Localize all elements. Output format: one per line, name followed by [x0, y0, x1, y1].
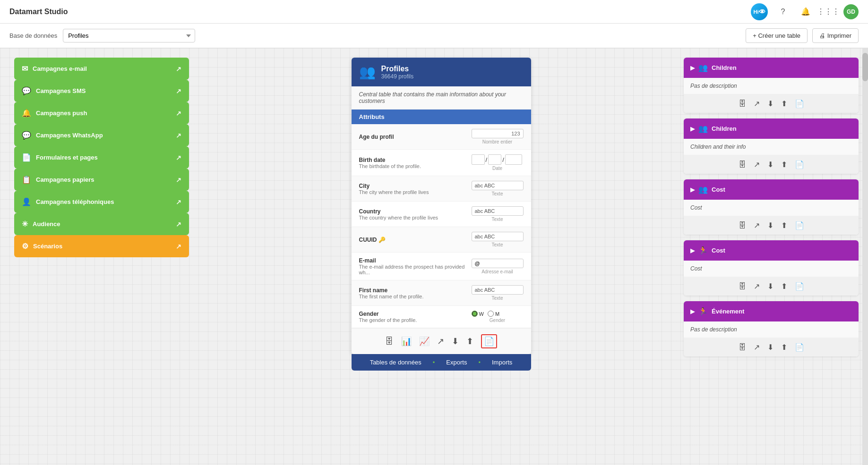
gender-w-label[interactable]: W	[472, 311, 484, 317]
panel-evenement-actions: 🗄 ↗ ⬇ ⬆ 📄	[684, 338, 859, 356]
panel-dl-btn-3[interactable]: ⬇	[767, 221, 773, 230]
sidebar-ext-icon-3: ↗	[176, 132, 181, 139]
sidebar-item-6[interactable]: 👤 Campagnes téléphoniques ↗	[14, 191, 189, 213]
user-avatar[interactable]: GD	[843, 4, 859, 19]
grid-button[interactable]: ⋮⋮⋮	[821, 4, 836, 19]
sidebar-ext-icon-6: ↗	[176, 198, 181, 206]
sidebar-label-5: Campagnes papiers	[36, 176, 95, 183]
help-button[interactable]: ?	[775, 4, 791, 19]
profile-card-header: 👥 Profiles 36649 profils	[352, 58, 531, 86]
firstname-input[interactable]	[472, 285, 524, 295]
panel-doc-btn-4[interactable]: 📄	[795, 282, 804, 291]
sidebar-item-8[interactable]: ⚙ Scénarios ↗	[14, 235, 189, 257]
attr-desc-birthdate: The birthdate of the profile.	[359, 163, 472, 169]
date-month[interactable]	[488, 154, 501, 165]
footer-export-btn[interactable]: ↗	[437, 336, 444, 347]
right-panels: ▶ 👥 Children Pas de description 🗄 ↗ ⬇ ⬆ …	[679, 48, 868, 465]
sidebar-item-1[interactable]: 💬 Campagnes SMS ↗	[14, 80, 189, 102]
attr-desc-gender: The gender of the profile.	[359, 317, 472, 323]
gender-w-radio[interactable]	[472, 311, 478, 317]
main-content: ✉ Campagnes e-mail ↗ 💬 Campagnes SMS ↗ 🔔…	[0, 48, 868, 465]
app-title: Datamart Studio	[9, 8, 68, 16]
notifications-button[interactable]: 🔔	[798, 4, 813, 19]
gender-m-label[interactable]: M	[488, 311, 499, 317]
tab-imports[interactable]: Imports	[492, 359, 512, 366]
date-year[interactable]	[505, 154, 522, 165]
center-area: 👥 Profiles 36649 profils Central table t…	[203, 48, 679, 465]
age-input[interactable]	[472, 129, 524, 138]
panel-doc-btn[interactable]: 📄	[795, 99, 804, 108]
sidebar-icon-4: 📄	[22, 153, 31, 162]
panel-doc-btn-5[interactable]: 📄	[795, 343, 804, 352]
panel-ul-btn-5[interactable]: ⬆	[781, 343, 787, 352]
scrollbar[interactable]	[862, 48, 868, 465]
scrollbar-thumb[interactable]	[862, 53, 868, 81]
left-sidebar: ✉ Campagnes e-mail ↗ 💬 Campagnes SMS ↗ 🔔…	[0, 48, 203, 465]
tab-tables[interactable]: Tables de données	[370, 359, 421, 366]
panel-db-btn-2[interactable]: 🗄	[739, 161, 746, 169]
sidebar-item-4[interactable]: 📄 Formulaires et pages ↗	[14, 146, 189, 169]
footer-pie-btn[interactable]: 📊	[401, 336, 412, 347]
sidebar-item-2[interactable]: 🔔 Campagnes push ↗	[14, 102, 189, 124]
footer-bar-btn[interactable]: 📈	[419, 336, 430, 347]
date-day[interactable]	[472, 154, 485, 165]
sub-header-left: Base de données Profiles	[9, 29, 195, 42]
panel-ul-btn[interactable]: ⬆	[781, 99, 787, 108]
attribute-list: Age du profil Nombre entier Birth date	[352, 124, 531, 328]
panel-dl-btn-2[interactable]: ⬇	[767, 160, 773, 169]
sidebar-ext-icon-7: ↗	[176, 220, 181, 228]
panel-dl-btn-4[interactable]: ⬇	[767, 282, 773, 291]
sidebar-icon-2: 🔔	[22, 109, 31, 118]
group-icon-1: 👥	[698, 63, 708, 72]
bottom-bar: Tables de données • Exports • Imports	[352, 354, 531, 371]
gender-m-radio[interactable]	[488, 311, 494, 317]
panel-edit-btn-3[interactable]: ↗	[754, 221, 760, 230]
database-select[interactable]: Profiles	[63, 29, 195, 42]
attr-name-birthdate: Birth date	[359, 157, 472, 163]
footer-download-btn[interactable]: ⬇	[452, 336, 459, 347]
footer-db-btn[interactable]: 🗄	[385, 337, 394, 347]
panel-db-btn-5[interactable]: 🗄	[739, 343, 746, 352]
city-input[interactable]	[472, 181, 524, 190]
country-input[interactable]	[472, 206, 524, 216]
panel-cost-1-desc: Cost	[684, 200, 859, 216]
hi-label: Hi	[754, 9, 759, 15]
sidebar-item-0[interactable]: ✉ Campagnes e-mail ↗	[14, 58, 189, 80]
sidebar-icon-5: 📋	[22, 175, 31, 184]
footer-upload-btn[interactable]: ⬆	[466, 336, 473, 347]
sidebar-ext-icon-8: ↗	[176, 243, 181, 250]
panel-db-btn[interactable]: 🗄	[739, 100, 746, 108]
attr-desc-email: The e-mail address the prospect has prov…	[359, 264, 472, 275]
attr-name-country: Country	[359, 208, 472, 215]
sidebar-item-3[interactable]: 💬 Campagnes WhatsApp ↗	[14, 124, 189, 146]
attr-name-cuuid: CUUID 🔑	[359, 237, 472, 243]
hi-avatar[interactable]: Hi 👁	[751, 3, 768, 20]
sidebar-label-7: Audience	[33, 220, 60, 228]
printer-icon: 🖨	[819, 32, 825, 39]
tab-exports[interactable]: Exports	[446, 359, 467, 366]
panel-edit-btn-2[interactable]: ↗	[754, 160, 760, 169]
panel-dl-btn[interactable]: ⬇	[767, 99, 773, 108]
panel-ul-btn-3[interactable]: ⬆	[781, 221, 787, 230]
panel-doc-btn-3[interactable]: 📄	[795, 221, 804, 230]
panel-edit-btn-5[interactable]: ↗	[754, 343, 760, 352]
sidebar-item-5[interactable]: 📋 Campagnes papiers ↗	[14, 169, 189, 191]
cuuid-input[interactable]	[472, 232, 524, 241]
panel-arrow-icon: ▶	[690, 65, 695, 71]
footer-doc-btn[interactable]: 📄	[481, 334, 497, 348]
email-input[interactable]	[472, 259, 524, 268]
panel-children-2-title: Children	[712, 125, 737, 132]
print-button[interactable]: 🖨 Imprimer	[812, 28, 859, 43]
gender-type: Gender	[472, 318, 524, 323]
panel-ul-btn-4[interactable]: ⬆	[781, 282, 787, 291]
panel-edit-btn-4[interactable]: ↗	[754, 282, 760, 291]
panel-db-btn-3[interactable]: 🗄	[739, 221, 746, 230]
sidebar-item-7[interactable]: ✳ Audience ↗	[14, 213, 189, 235]
panel-dl-btn-5[interactable]: ⬇	[767, 343, 773, 352]
panel-edit-btn[interactable]: ↗	[754, 99, 760, 108]
panel-cost-1-actions: 🗄 ↗ ⬇ ⬆ 📄	[684, 216, 859, 235]
panel-ul-btn-2[interactable]: ⬆	[781, 160, 787, 169]
panel-doc-btn-2[interactable]: 📄	[795, 160, 804, 169]
panel-db-btn-4[interactable]: 🗄	[739, 282, 746, 291]
create-table-button[interactable]: + Créer une table	[746, 28, 808, 43]
